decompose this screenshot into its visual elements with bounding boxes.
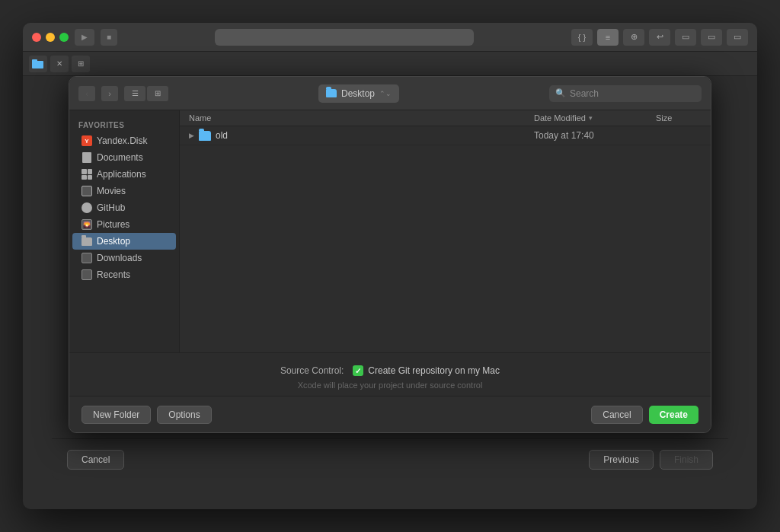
search-field[interactable]: 🔍 (549, 85, 702, 102)
sidebar-label-applications: Applications (97, 169, 146, 180)
toolbar-right: { } ≡ ⊕ ↩ ▭ ▭ ▭ (571, 29, 748, 46)
sidebar-label-movies: Movies (97, 186, 126, 196)
search-icon: 🔍 (555, 88, 566, 98)
sidebar: Favorites Y Yandex.Disk Documents (69, 110, 180, 352)
yandex-disk-icon: Y (82, 135, 92, 146)
file-date-old: Today at 17:40 (534, 130, 656, 141)
file-row-old[interactable]: ▶ old Today at 17:40 (180, 126, 711, 145)
footer-right: Cancel Create (591, 406, 698, 424)
maximize-button[interactable] (59, 33, 69, 42)
file-name-old: old (216, 130, 228, 141)
search-input[interactable] (570, 88, 695, 99)
column-date-header: Date Modified ▾ (534, 113, 656, 123)
list-view-icon[interactable]: ≡ (597, 29, 619, 46)
new-folder-button[interactable]: New Folder (82, 406, 151, 424)
forward-nav-button[interactable]: › (101, 86, 118, 101)
sidebar-item-documents[interactable]: Documents (72, 149, 176, 166)
toolbar-row2: ✕ ⊞ (23, 52, 757, 76)
svg-rect-1 (32, 59, 37, 62)
sidebar-item-applications[interactable]: Applications (72, 166, 176, 183)
source-control-label: Source Control: (280, 365, 344, 376)
close-tab-icon[interactable]: ✕ (50, 56, 69, 72)
disclosure-triangle-icon: ▶ (189, 132, 194, 139)
finish-button[interactable]: Finish (660, 450, 713, 470)
footer-left: New Folder Options (82, 406, 212, 424)
sort-arrow-icon: ▾ (589, 114, 593, 122)
dialog-body: Favorites Y Yandex.Disk Documents (69, 110, 711, 352)
documents-icon (82, 152, 92, 163)
close-button[interactable] (32, 33, 41, 42)
view-buttons: ☰ ⊞ (124, 86, 168, 101)
desktop-icon (82, 236, 92, 247)
traffic-lights (32, 33, 69, 42)
back-nav-button[interactable]: ‹ (78, 86, 95, 101)
folder-new-icon[interactable] (29, 56, 47, 72)
scheme-selector (123, 29, 565, 46)
sidebar-item-pictures[interactable]: 🌄 Pictures (72, 216, 176, 233)
recents-icon (82, 269, 92, 280)
git-checkbox-container[interactable]: ✓ Create Git repository on my Mac (353, 365, 500, 376)
sidebar-label-recents: Recents (97, 269, 130, 280)
source-control-area: Source Control: ✓ Create Git repository … (69, 352, 711, 396)
sidebar-label-yandex-disk: Yandex.Disk (97, 135, 147, 146)
pictures-icon: 🌄 (82, 219, 92, 230)
sidebar-item-github[interactable]: GitHub (72, 199, 176, 216)
wizard-cancel-button[interactable]: Cancel (67, 450, 124, 470)
title-bar: ▶ ■ { } ≡ ⊕ ↩ ▭ ▭ ▭ (23, 23, 757, 52)
options-button[interactable]: Options (157, 406, 211, 424)
split-icon[interactable]: ⊞ (72, 56, 90, 72)
sidebar-item-downloads[interactable]: Downloads (72, 250, 176, 266)
back-icon[interactable]: ↩ (649, 29, 670, 46)
dialog-cancel-button[interactable]: Cancel (591, 406, 642, 424)
git-label: Create Git repository on my Mac (368, 365, 500, 376)
github-icon (82, 202, 92, 213)
play-button[interactable]: ▶ (75, 29, 94, 46)
sidebar-item-recents[interactable]: Recents (72, 266, 176, 283)
sidebar-item-movies[interactable]: Movies (72, 183, 176, 199)
xcode-window: ▶ ■ { } ≡ ⊕ ↩ ▭ ▭ ▭ (23, 23, 757, 509)
sidebar-label-github: GitHub (97, 202, 125, 213)
code-icon[interactable]: { } (571, 29, 593, 46)
scheme-field[interactable] (215, 29, 474, 46)
applications-icon (82, 169, 92, 180)
dialog-footer: New Folder Options Cancel Create (69, 396, 711, 432)
folder-new-dialog-button[interactable]: ⊞ (147, 86, 168, 101)
wizard-nav-buttons: Previous Finish (589, 450, 713, 470)
movies-icon (82, 186, 92, 196)
source-control-row: Source Control: ✓ Create Git repository … (280, 365, 500, 376)
sidebar-label-documents: Documents (97, 152, 143, 163)
location-dropdown[interactable]: Desktop ⌃⌄ (318, 84, 399, 103)
dialog-toolbar: ‹ › ☰ ⊞ Desktop ⌃⌄ 🔍 (69, 77, 711, 110)
column-name-header: Name (189, 113, 534, 123)
create-button[interactable]: Create (649, 406, 698, 424)
list-view-button[interactable]: ☰ (124, 86, 145, 101)
file-save-dialog: ‹ › ☰ ⊞ Desktop ⌃⌄ 🔍 (69, 76, 711, 433)
sidebar-section-favorites: Favorites (69, 118, 179, 132)
file-name-cell-old: ▶ old (189, 130, 534, 141)
desktop-background: ▶ ■ { } ≡ ⊕ ↩ ▭ ▭ ▭ (0, 0, 780, 532)
column-size-header: Size (656, 113, 702, 123)
sidebar-label-desktop: Desktop (97, 236, 130, 247)
source-control-hint: Xcode will place your project under sour… (298, 381, 483, 390)
wizard-footer: Cancel Previous Finish (52, 438, 728, 480)
right-panel-icon[interactable]: ▭ (727, 29, 748, 46)
file-list: Name Date Modified ▾ Size ▶ old (180, 110, 711, 352)
location-folder-icon (326, 89, 337, 97)
sidebar-item-desktop[interactable]: Desktop (72, 233, 176, 250)
chevron-icon: ⌃⌄ (379, 90, 392, 97)
sidebar-label-downloads: Downloads (97, 253, 142, 263)
sidebar-label-pictures: Pictures (97, 219, 129, 230)
location-label: Desktop (341, 88, 375, 99)
folder-icon-old (199, 131, 211, 141)
minimize-button[interactable] (46, 33, 55, 42)
git-checkbox[interactable]: ✓ (353, 365, 363, 376)
file-list-header: Name Date Modified ▾ Size (180, 110, 711, 126)
downloads-icon (82, 253, 92, 263)
nav-icon[interactable]: ⊕ (623, 29, 644, 46)
bottom-panel-icon[interactable]: ▭ (701, 29, 722, 46)
left-panel-icon[interactable]: ▭ (675, 29, 696, 46)
stop-button[interactable]: ■ (101, 29, 117, 46)
previous-button[interactable]: Previous (589, 450, 654, 470)
sidebar-item-yandex-disk[interactable]: Y Yandex.Disk (72, 132, 176, 149)
